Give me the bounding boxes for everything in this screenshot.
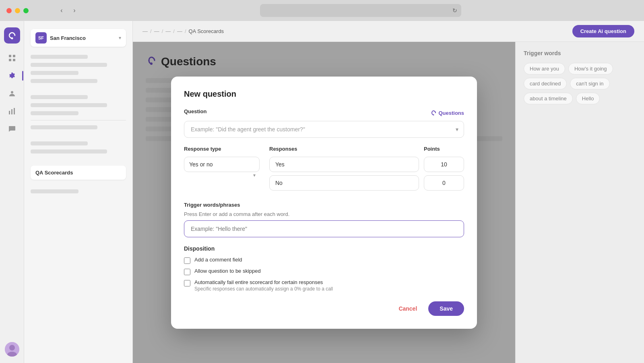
- svg-point-13: [433, 114, 434, 116]
- trigger-hint: Press Enter or add a comma after each wo…: [184, 211, 464, 217]
- response-type-select[interactable]: Yes or no: [184, 157, 260, 172]
- breadcrumb-seg-3: —: [165, 28, 171, 34]
- points-no-input[interactable]: [424, 175, 464, 191]
- breadcrumb-seg-2: —: [154, 28, 159, 34]
- trigger-chip-2[interactable]: card declined: [524, 78, 567, 89]
- new-question-modal: New question Question Questions: [171, 77, 477, 329]
- sidebar-skeleton-2: [31, 63, 107, 67]
- breadcrumb-seg-4: —: [177, 28, 182, 34]
- question-select[interactable]: Example: "Did the agent greet the custom…: [184, 121, 464, 138]
- sidebar-icon-message[interactable]: [6, 122, 19, 135]
- response-no-input[interactable]: [269, 175, 419, 191]
- trigger-words-title: Trigger words: [524, 50, 636, 56]
- checkbox-comment-row: Add a comment field: [184, 257, 464, 264]
- points-col: [424, 157, 464, 194]
- responses-col: [264, 157, 424, 194]
- svg-point-5: [11, 91, 13, 93]
- svg-rect-6: [9, 111, 10, 114]
- fullscreen-button[interactable]: [23, 8, 29, 13]
- close-button[interactable]: [6, 8, 12, 13]
- response-type-arrow-icon: ▾: [253, 172, 256, 178]
- address-bar[interactable]: ↻: [260, 4, 461, 17]
- responses-label: Responses: [264, 146, 424, 152]
- sidebar-skeleton-11: [31, 189, 78, 193]
- disposition-section: Disposition Add a comment field Al: [184, 245, 464, 292]
- ai-questions-label: Questions: [438, 110, 464, 116]
- sidebar-item-qa-scorecards[interactable]: QA Scorecards: [31, 166, 126, 180]
- minimize-button[interactable]: [15, 8, 20, 13]
- right-panel: Trigger words How are you How's it going…: [515, 42, 644, 363]
- user-avatar[interactable]: [5, 342, 19, 357]
- sidebar-skeleton-8: [31, 125, 97, 129]
- modal-overlay: New question Question Questions: [133, 42, 515, 363]
- app-logo: [4, 27, 20, 44]
- nav-buttons: ‹ ›: [56, 5, 80, 16]
- traffic-lights: [6, 8, 29, 13]
- workspace-name: San Francisco: [50, 35, 116, 41]
- svg-rect-2: [13, 55, 15, 57]
- sidebar-icon-settings[interactable]: [6, 69, 19, 82]
- reload-button[interactable]: ↻: [452, 7, 457, 14]
- sidebar-skeleton-3: [31, 71, 78, 75]
- icon-sidebar: [0, 21, 24, 363]
- trigger-chip-5[interactable]: Hello: [576, 93, 600, 104]
- checkbox-autofail-row: Automatically fail entire scorecard for …: [184, 279, 464, 292]
- svg-rect-8: [14, 108, 15, 114]
- response-yes-input[interactable]: [269, 157, 419, 172]
- auto-fail-checkbox[interactable]: [184, 280, 190, 286]
- breadcrumb-seg-1: —: [142, 28, 148, 34]
- trigger-chip-0[interactable]: How are you: [524, 63, 565, 75]
- sidebar-skeleton-7: [31, 111, 78, 115]
- svg-rect-7: [11, 109, 12, 114]
- auto-fail-sublabel: Specific responses can automatically ass…: [194, 286, 333, 292]
- add-comment-label: Add a comment field: [194, 257, 242, 263]
- add-comment-checkbox[interactable]: [184, 257, 190, 264]
- workspace-avatar: SF: [35, 32, 47, 44]
- trigger-words-grid: How are you How's it going card declined…: [524, 63, 636, 104]
- modal-title: New question: [184, 89, 464, 99]
- trigger-chip-1[interactable]: How's it going: [568, 63, 613, 75]
- sidebar-skeleton-4: [31, 79, 97, 83]
- disposition-title: Disposition: [184, 245, 464, 252]
- trigger-chip-3[interactable]: can't sign in: [570, 78, 609, 89]
- sidebar-skeleton-9: [31, 141, 88, 145]
- sidebar-icon-grid[interactable]: [6, 52, 19, 64]
- workspace-selector[interactable]: SF San Francisco ▾: [31, 29, 126, 47]
- svg-rect-4: [13, 59, 15, 61]
- workspace-chevron-icon: ▾: [119, 35, 121, 41]
- allow-skip-checkbox[interactable]: [184, 269, 190, 275]
- points-yes-input[interactable]: [424, 157, 464, 172]
- main-sidebar: SF San Francisco ▾ QA Scorecards: [24, 21, 133, 363]
- question-label: Question: [184, 108, 206, 114]
- allow-skip-label: Allow question to be skipped: [194, 268, 261, 274]
- sidebar-icon-chart[interactable]: [6, 105, 19, 118]
- save-button[interactable]: Save: [428, 301, 464, 316]
- ai-questions-link[interactable]: Questions: [430, 110, 464, 116]
- back-button[interactable]: ‹: [56, 5, 67, 16]
- sidebar-divider: [31, 120, 126, 120]
- svg-point-10: [9, 345, 15, 351]
- top-bar: — / — / — / — / QA Scorecards Create Ai …: [133, 21, 644, 42]
- trigger-chip-4[interactable]: about a timeline: [524, 93, 573, 104]
- trigger-label: Trigger words/phrases: [184, 202, 464, 208]
- svg-point-0: [11, 37, 13, 39]
- response-type-wrapper: Yes or no ▾: [184, 157, 264, 194]
- trigger-input[interactable]: [184, 220, 464, 237]
- trigger-section: Trigger words/phrases Press Enter or add…: [184, 202, 464, 237]
- question-form-row: Question Questions: [184, 108, 464, 118]
- cancel-button[interactable]: Cancel: [392, 302, 423, 315]
- sidebar-icon-users[interactable]: [6, 87, 19, 100]
- svg-rect-1: [9, 55, 11, 57]
- create-ai-question-button[interactable]: Create Ai question: [572, 25, 634, 37]
- breadcrumb: — / — / — / — / QA Scorecards: [142, 28, 224, 34]
- main-content: — / — / — / — / QA Scorecards Create Ai …: [133, 21, 644, 363]
- forward-button[interactable]: ›: [69, 5, 80, 16]
- sidebar-avatar-container: [5, 342, 19, 357]
- sidebar-skeleton-1: [31, 55, 88, 59]
- response-type-label: Response type: [184, 146, 264, 152]
- breadcrumb-current: QA Scorecards: [189, 28, 224, 34]
- question-input-row: Example: "Did the agent greet the custom…: [184, 121, 464, 138]
- auto-fail-label: Automatically fail entire scorecard for …: [194, 279, 333, 285]
- modal-footer: Cancel Save: [184, 301, 464, 316]
- sidebar-skeleton-6: [31, 103, 107, 107]
